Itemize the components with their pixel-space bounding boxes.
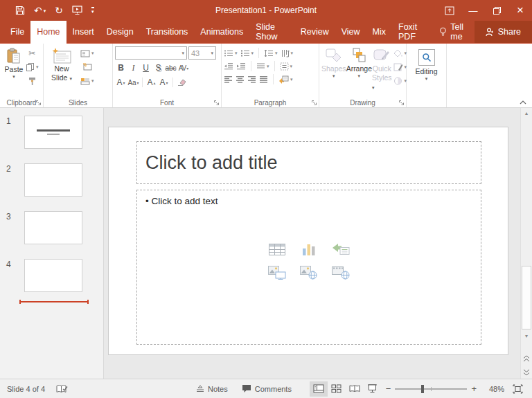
- increase-font-size-button[interactable]: A▴: [145, 76, 157, 89]
- text-shadow-button[interactable]: S: [152, 62, 164, 74]
- bullets-button[interactable]: ▾: [224, 46, 238, 60]
- slide-thumbnail-1[interactable]: [24, 116, 82, 149]
- body-placeholder[interactable]: • Click to add text: [136, 190, 481, 345]
- format-painter-button[interactable]: [26, 74, 39, 88]
- clipboard-dialog-launcher-icon[interactable]: [35, 100, 42, 106]
- strikethrough-button[interactable]: abc: [165, 62, 177, 74]
- increase-indent-button[interactable]: [236, 60, 246, 73]
- slide-thumbnail-4[interactable]: [24, 259, 82, 292]
- tab-file[interactable]: File: [4, 21, 30, 43]
- zoom-in-button[interactable]: +: [467, 383, 481, 394]
- copy-button[interactable]: ▾: [26, 60, 39, 74]
- bold-button[interactable]: B: [115, 62, 127, 74]
- insert-chart-icon[interactable]: [297, 240, 321, 258]
- tab-insert[interactable]: Insert: [66, 21, 100, 43]
- tab-view[interactable]: View: [335, 21, 366, 43]
- align-left-button[interactable]: [224, 73, 233, 87]
- scrollbar-thumb[interactable]: [522, 266, 531, 329]
- title-placeholder[interactable]: Click to add title: [136, 141, 481, 184]
- zoom-level[interactable]: 48%: [481, 385, 504, 393]
- text-direction-button[interactable]: ▾: [281, 46, 294, 60]
- character-spacing-button[interactable]: AV▾: [177, 62, 189, 74]
- undo-icon[interactable]: ↶▾: [34, 6, 46, 15]
- quick-styles-button[interactable]: Quick Styles ▾: [372, 46, 392, 96]
- scroll-down-icon[interactable]: ▾: [521, 331, 532, 341]
- underline-button[interactable]: U: [140, 62, 152, 74]
- insert-pictures-icon[interactable]: [265, 264, 289, 282]
- scroll-up-icon[interactable]: ▴: [521, 108, 532, 118]
- restore-icon[interactable]: [485, 0, 508, 21]
- collapse-ribbon-icon[interactable]: [520, 100, 526, 105]
- slide-thumbnail-3[interactable]: [24, 211, 82, 244]
- zoom-out-button[interactable]: −: [382, 383, 396, 394]
- save-icon[interactable]: [15, 6, 25, 15]
- notes-button[interactable]: Notes: [196, 385, 228, 393]
- tab-review[interactable]: Review: [294, 21, 335, 43]
- normal-view-button[interactable]: [310, 381, 328, 397]
- font-color-button[interactable]: A▾: [115, 76, 127, 89]
- paste-caret-icon[interactable]: ▾: [12, 74, 15, 80]
- vertical-scrollbar[interactable]: ▴ ▾: [520, 108, 532, 379]
- start-from-beginning-icon[interactable]: [72, 6, 82, 15]
- line-spacing-button[interactable]: ▾: [264, 46, 278, 60]
- comments-button[interactable]: Comments: [242, 384, 292, 393]
- drawing-dialog-launcher-icon[interactable]: [398, 100, 405, 106]
- slide-sorter-view-button[interactable]: [328, 381, 346, 397]
- reading-view-button[interactable]: [346, 381, 364, 397]
- convert-to-smartart-button[interactable]: ▾: [278, 73, 293, 87]
- insert-smartart-icon[interactable]: [329, 240, 353, 258]
- insert-table-icon[interactable]: [265, 240, 289, 258]
- italic-button[interactable]: I: [127, 62, 139, 74]
- zoom-slider[interactable]: [395, 388, 467, 390]
- shape-fill-button[interactable]: ▾: [393, 46, 407, 60]
- columns-button[interactable]: ▾: [256, 60, 269, 73]
- next-slide-icon[interactable]: [521, 367, 532, 377]
- tab-tell-me[interactable]: Tell me: [433, 21, 474, 43]
- clear-formatting-button[interactable]: [176, 76, 188, 89]
- tab-foxit-pdf[interactable]: Foxit PDF: [392, 21, 433, 43]
- tab-home[interactable]: Home: [30, 21, 66, 43]
- paste-button[interactable]: Paste ▾: [2, 46, 26, 96]
- slide-show-view-button[interactable]: [364, 381, 382, 397]
- insert-online-pictures-icon[interactable]: [297, 264, 321, 282]
- tab-mix[interactable]: Mix: [366, 21, 392, 43]
- new-slide-caret-icon[interactable]: ▾: [69, 76, 72, 81]
- share-button[interactable]: Share: [475, 21, 532, 43]
- cut-button[interactable]: ✂: [26, 46, 39, 60]
- layout-button[interactable]: ▾: [80, 46, 94, 60]
- arrange-button[interactable]: Arrange ▾: [346, 46, 372, 96]
- font-dialog-launcher-icon[interactable]: [213, 100, 220, 106]
- reset-button[interactable]: [80, 60, 94, 74]
- paragraph-dialog-launcher-icon[interactable]: [311, 100, 317, 106]
- shapes-button[interactable]: Shapes ▾: [321, 46, 346, 96]
- previous-slide-icon[interactable]: [521, 353, 532, 363]
- slide-thumbnail-2[interactable]: [24, 163, 82, 197]
- tab-transitions[interactable]: Transitions: [140, 21, 195, 43]
- insert-video-icon[interactable]: [329, 264, 353, 282]
- close-icon[interactable]: ×: [508, 0, 532, 21]
- decrease-font-size-button[interactable]: A▾: [158, 76, 170, 89]
- new-slide-button[interactable]: New Slide ▾: [46, 46, 78, 96]
- align-text-button[interactable]: ▾: [280, 60, 293, 73]
- shape-outline-button[interactable]: ▾: [393, 60, 407, 74]
- shape-effects-button[interactable]: ▾: [393, 74, 407, 88]
- redo-icon[interactable]: ↻: [55, 6, 63, 15]
- fit-slide-to-window-icon[interactable]: [508, 381, 526, 397]
- minimize-icon[interactable]: —: [461, 0, 485, 21]
- section-button[interactable]: ▾: [80, 74, 94, 88]
- font-size-combobox[interactable]: 43 ▾: [188, 46, 216, 60]
- numbering-button[interactable]: ▾: [240, 46, 254, 60]
- font-name-combobox[interactable]: ▾: [115, 46, 187, 60]
- zoom-slider-thumb[interactable]: [421, 385, 424, 393]
- align-right-button[interactable]: [247, 73, 256, 87]
- editing-button[interactable]: Editing ▾: [409, 46, 444, 82]
- change-case-button[interactable]: Aa▾: [127, 76, 139, 89]
- justify-button[interactable]: [259, 73, 268, 87]
- decrease-indent-button[interactable]: [224, 60, 233, 73]
- spell-check-icon[interactable]: [56, 384, 68, 394]
- align-center-button[interactable]: [236, 73, 245, 87]
- customize-qat-icon[interactable]: ▾: [91, 7, 94, 14]
- tab-animations[interactable]: Animations: [194, 21, 249, 43]
- tab-slide-show[interactable]: Slide Show: [249, 21, 294, 43]
- tab-design[interactable]: Design: [100, 21, 140, 43]
